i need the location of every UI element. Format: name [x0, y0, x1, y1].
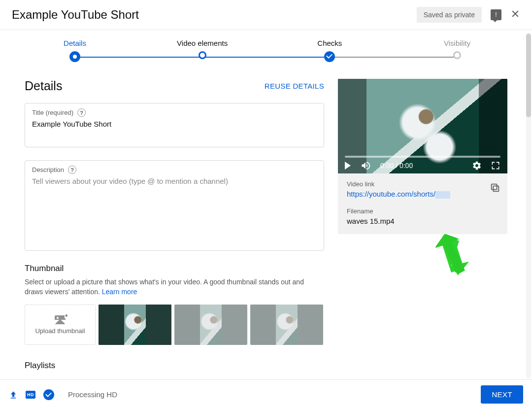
video-preview-card: 0:00 / 0:00 Video link https://youtube.c… [338, 79, 507, 234]
help-icon[interactable]: ? [68, 166, 76, 174]
title-input[interactable]: Example YouTube Short [32, 120, 317, 128]
fullscreen-button[interactable] [491, 161, 500, 170]
section-title-details: Details [25, 79, 62, 93]
thumbnail-option-3[interactable] [250, 305, 323, 345]
volume-button[interactable] [361, 161, 370, 170]
save-status-badge: Saved as private [417, 7, 482, 23]
help-icon[interactable]: ? [77, 108, 86, 117]
stepper-track [75, 57, 457, 58]
svg-rect-1 [492, 184, 497, 190]
step-label: Checks [317, 39, 342, 47]
reuse-details-button[interactable]: REUSE DETAILS [265, 82, 324, 90]
thumbnail-option-1[interactable] [99, 305, 171, 345]
svg-rect-0 [493, 186, 499, 191]
next-button[interactable]: NEXT [481, 385, 523, 404]
upload-thumbnail-label: Upload thumbnail [35, 327, 85, 335]
title-field[interactable]: Title (required) ? Example YouTube Short [25, 103, 324, 147]
step-label: Details [64, 39, 86, 47]
close-button[interactable] [510, 9, 520, 21]
step-video-elements[interactable]: Video elements [192, 39, 213, 62]
step-dot-check [324, 51, 335, 62]
description-input[interactable]: Tell viewers about your video (type @ to… [32, 177, 317, 185]
step-checks[interactable]: Checks [319, 39, 340, 62]
title-field-label: Title (required) [32, 109, 73, 116]
progress-bar[interactable] [345, 156, 500, 158]
redacted-id [435, 191, 450, 199]
upload-status-icon [9, 390, 18, 399]
processing-status: Processing HD [68, 390, 117, 399]
hd-badge-icon: HD [26, 391, 35, 399]
scrollbar-thumb[interactable] [526, 34, 531, 117]
step-label: Visibility [444, 39, 470, 47]
play-button[interactable] [345, 162, 351, 170]
video-link[interactable]: https://youtube.com/shorts/ [347, 190, 450, 198]
step-dot-disabled [453, 51, 461, 59]
settings-button[interactable] [472, 161, 482, 170]
learn-more-link[interactable]: Learn more [102, 288, 137, 296]
checks-done-icon [43, 389, 54, 400]
step-dot-active [69, 51, 80, 62]
progress-stepper: Details Video elements Checks Visibility [0, 30, 532, 62]
step-visibility[interactable]: Visibility [446, 39, 468, 62]
filename-label: Filename [347, 207, 499, 215]
description-field[interactable]: Description ? Tell viewers about your vi… [25, 160, 324, 251]
video-player[interactable]: 0:00 / 0:00 [338, 79, 507, 173]
feedback-icon[interactable]: ! [491, 9, 501, 20]
filename-value: waves 15.mp4 [347, 217, 499, 225]
playlists-heading: Playlists [25, 361, 324, 371]
time-display: 0:00 / 0:00 [380, 162, 413, 170]
dialog-title: Example YouTube Short [12, 8, 139, 22]
thumbnail-option-2[interactable] [174, 305, 247, 345]
thumbnail-description: Select or upload a picture that shows wh… [25, 277, 320, 297]
thumbnail-heading: Thumbnail [25, 264, 324, 273]
video-link-label: Video link [347, 180, 499, 188]
svg-rect-6 [11, 398, 16, 399]
dialog-footer: HD Processing HD NEXT [0, 379, 532, 409]
step-label: Video elements [177, 39, 228, 47]
upload-thumbnail-button[interactable]: + Upload thumbnail [25, 305, 96, 345]
description-field-label: Description [32, 166, 64, 173]
step-dot [199, 51, 206, 59]
dialog-header: Example YouTube Short Saved as private ! [0, 0, 532, 30]
copy-link-button[interactable] [490, 182, 500, 195]
step-details[interactable]: Details [64, 39, 86, 62]
